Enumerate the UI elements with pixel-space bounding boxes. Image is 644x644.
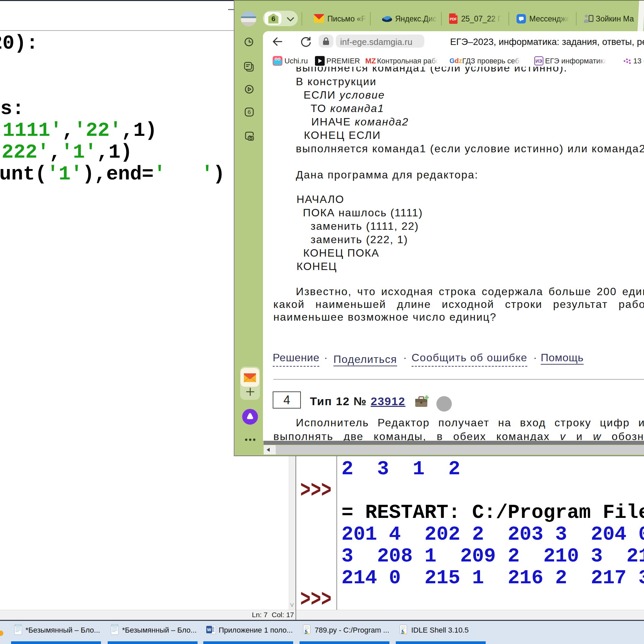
svg-text:6: 6: [248, 109, 251, 115]
svg-text:W: W: [207, 627, 211, 632]
svg-text:ИЭ: ИЭ: [535, 58, 542, 64]
svg-text:PDF: PDF: [450, 17, 457, 21]
